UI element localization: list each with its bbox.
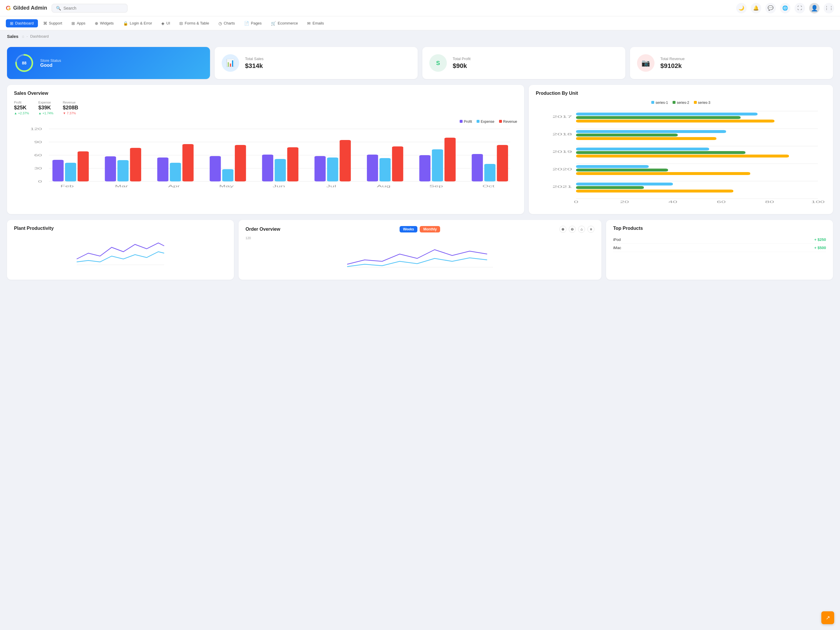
stat-card-total-revenue: 📷 Total Revenue $9102k: [630, 47, 833, 79]
stat-info-sales: Total Sales $314k: [245, 57, 411, 70]
stat-value-profit: $90k: [453, 62, 618, 70]
svg-text:0: 0: [38, 180, 42, 183]
menu-item-dashboard[interactable]: ⊞ Dashboard: [6, 19, 38, 27]
top-nav: G Gilded Admin 🔍 🌙 🔔 💬 🌐 ⛶ 👤 ⋮⋮: [0, 0, 840, 16]
svg-rect-78: [576, 186, 644, 189]
search-bar[interactable]: 🔍: [52, 4, 128, 13]
metric-value-revenue: $208B: [63, 105, 78, 111]
svg-rect-12: [52, 160, 63, 182]
order-controls: ⊕ ⊖ ⌂ ≡: [559, 226, 594, 233]
metric-profit: Profit $25K ▲ +2.37%: [14, 101, 29, 115]
notifications-button[interactable]: 🔔: [751, 3, 761, 13]
stat-title-store: Store Status: [40, 58, 203, 63]
svg-rect-32: [392, 147, 403, 182]
menu-item-emails[interactable]: ✉ Emails: [303, 19, 328, 27]
zoom-in-button[interactable]: ⊕: [559, 226, 567, 233]
order-line-chart: [246, 241, 594, 273]
dark-mode-button[interactable]: 🌙: [736, 3, 747, 13]
search-input[interactable]: [63, 6, 123, 11]
menu-item-support[interactable]: ⌘ Support: [39, 19, 66, 27]
app-logo[interactable]: G Gilded Admin: [6, 5, 47, 12]
legend-profit: Profit: [459, 120, 472, 124]
layout-button[interactable]: ⋮⋮: [824, 3, 834, 13]
sales-bar-chart: 120 90 60 30 0: [14, 126, 517, 190]
svg-rect-17: [130, 148, 141, 182]
svg-text:120: 120: [30, 128, 42, 131]
svg-rect-24: [262, 155, 273, 182]
svg-rect-20: [182, 144, 193, 182]
product-item-imac: iMac + $500: [613, 244, 826, 252]
svg-text:Feb: Feb: [60, 184, 74, 188]
legend-series1: series-1: [651, 101, 668, 105]
svg-rect-77: [576, 183, 673, 185]
svg-rect-28: [327, 158, 338, 182]
chart-legend: Profit Expense Revenue: [14, 120, 517, 124]
avatar[interactable]: 👤: [809, 3, 819, 13]
menu-label-forms-table: Forms & Table: [185, 21, 209, 25]
plant-productivity-title: Plant Productivity: [14, 226, 227, 231]
menu-item-apps[interactable]: ⊞ Apps: [67, 19, 90, 27]
svg-rect-31: [379, 158, 390, 182]
svg-rect-30: [367, 155, 378, 182]
top-products-title: Top Products: [613, 226, 826, 231]
emails-icon: ✉: [307, 21, 311, 26]
plant-productivity-card: Plant Productivity: [7, 220, 234, 280]
svg-text:20: 20: [620, 201, 629, 204]
svg-rect-16: [118, 160, 129, 182]
camera-icon: 📷: [641, 59, 650, 67]
gauge-container: 88: [14, 53, 35, 73]
profit-letter-icon: S: [436, 60, 440, 66]
sales-overview-title: Sales Overview: [14, 91, 517, 96]
monthly-tab-button[interactable]: Monthly: [420, 226, 440, 232]
legend-series3: series-3: [694, 101, 711, 105]
bottom-row: Plant Productivity Order Overview Weeks …: [7, 220, 833, 280]
stat-title-profit: Total Profit: [453, 57, 618, 61]
weeks-tab-button[interactable]: Weeks: [399, 226, 418, 232]
svg-rect-21: [210, 156, 221, 182]
menu-label-ui: UI: [166, 21, 170, 25]
metric-value-profit: $25K: [14, 105, 29, 111]
svg-text:Apr: Apr: [168, 184, 180, 188]
svg-rect-62: [576, 116, 741, 119]
stat-info-profit: Total Profit $90k: [453, 57, 618, 70]
stat-card-store-status: 88 Store Status Good: [7, 47, 210, 79]
metric-change-expense: ▲ +1.74%: [38, 111, 54, 115]
top-products-card: Top Products iPod + $250 iMac + $500: [606, 220, 833, 280]
menu-label-support: Support: [49, 21, 62, 25]
svg-rect-13: [65, 163, 76, 182]
menu-item-pages[interactable]: 📄 Pages: [240, 19, 266, 27]
svg-rect-14: [77, 152, 88, 182]
menu-item-widgets[interactable]: ⊕ Widgets: [91, 19, 118, 27]
menu-item-charts[interactable]: ◷ Charts: [215, 19, 239, 27]
language-button[interactable]: 🌐: [780, 3, 790, 13]
svg-rect-75: [576, 172, 750, 175]
svg-rect-33: [419, 155, 431, 182]
metric-label-expense: Expense: [38, 101, 54, 104]
svg-text:100: 100: [811, 201, 824, 204]
metric-label-revenue: Revenue: [63, 101, 78, 104]
stat-value-revenue: $9102k: [660, 62, 826, 70]
stat-status-store: Good: [40, 63, 203, 68]
svg-rect-67: [576, 137, 716, 140]
stat-title-revenue: Total Revenue: [660, 57, 826, 61]
list-button[interactable]: ≡: [587, 226, 594, 233]
menu-item-login-error[interactable]: 🔒 Login & Error: [119, 19, 156, 27]
svg-rect-22: [222, 169, 233, 182]
menu-label-ecommerce: Ecommerce: [278, 21, 298, 25]
menu-item-ui[interactable]: ◈ UI: [157, 19, 174, 27]
pages-icon: 📄: [244, 21, 249, 26]
svg-text:Jul: Jul: [326, 184, 336, 188]
zoom-out-button[interactable]: ⊖: [569, 226, 576, 233]
bar-chart-icon: 📊: [226, 59, 235, 67]
svg-text:May: May: [219, 184, 234, 188]
messages-button[interactable]: 💬: [765, 3, 776, 13]
svg-rect-61: [576, 112, 758, 115]
home-button[interactable]: ⌂: [578, 226, 585, 233]
svg-rect-29: [339, 140, 351, 182]
fullscreen-button[interactable]: ⛶: [794, 3, 805, 13]
breadcrumb-sep: -: [27, 34, 28, 38]
svg-text:Jun: Jun: [273, 184, 285, 188]
menu-item-ecommerce[interactable]: 🛒 Ecommerce: [267, 19, 302, 27]
svg-text:Sep: Sep: [429, 184, 443, 188]
menu-item-forms-table[interactable]: ⊟ Forms & Table: [175, 19, 213, 27]
